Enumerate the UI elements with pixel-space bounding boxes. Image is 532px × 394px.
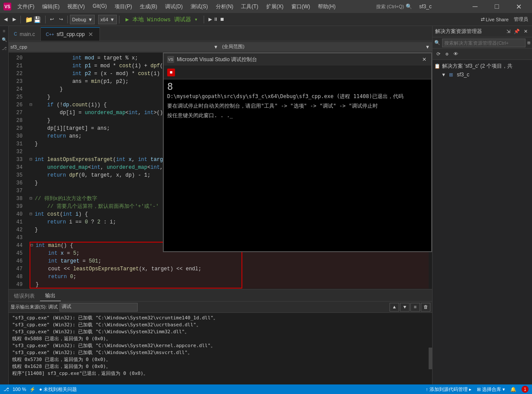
fold-40[interactable]: ⊟ — [30, 210, 35, 218]
minimize-button[interactable]: ─ — [465, 0, 485, 13]
notification-icon[interactable]: 🔔 — [510, 387, 516, 392]
title-label: sf3_c — [419, 3, 432, 10]
output-btn-1[interactable]: ▲ — [390, 303, 399, 312]
sol-sync-icon[interactable]: ⟳ — [434, 50, 442, 58]
fold-38[interactable]: ⊟ — [30, 195, 35, 203]
rp-icon-close[interactable]: ✕ — [522, 28, 529, 36]
code-editor[interactable]: 2021222324 2526272829 3031323334 3536373… — [9, 53, 432, 289]
window-controls: ─ □ ✕ — [465, 0, 529, 13]
sidebar-search-icon[interactable]: 🔍 — [1, 36, 8, 43]
solution-search-bar: 🔍 ⊞ — [433, 37, 532, 49]
debug-console-content: 8 D:\mysetup\gopath\src\dsy\sf3_c\x64\De… — [164, 79, 431, 251]
run-button[interactable]: ▶ 本地 Windows 调试器 ▾ — [122, 15, 202, 24]
git-branch-icon: ⎇ — [3, 387, 9, 392]
fold-47 — [30, 265, 36, 273]
menu-debug[interactable]: 调试(D) — [162, 2, 186, 11]
output-scrollbar[interactable] — [429, 313, 432, 384]
fold-27 — [30, 109, 35, 117]
menu-edit[interactable]: 编辑(E) — [39, 2, 63, 11]
tab-error-list[interactable]: 错误列表 — [9, 291, 40, 301]
menu-window[interactable]: 窗口(W) — [288, 2, 314, 11]
tree-project[interactable]: ▼ ⊞ sf3_c — [433, 70, 532, 79]
menu-file[interactable]: 文件(F) — [14, 2, 38, 11]
fold-45 — [30, 250, 36, 257]
tab-main-c[interactable]: C main.c — [9, 27, 41, 41]
menu-test[interactable]: 测试(S) — [187, 2, 211, 11]
output-line-4: 线程 0x5888 已退出，返回值为 0 (0x0)。 — [12, 335, 425, 342]
status-left: ⎇ 100 % ⚡ ● 未找到相关问题 — [3, 386, 77, 393]
debug-console-close[interactable]: ✕ — [421, 56, 428, 63]
debug-stop-icon[interactable]: ■ — [167, 69, 175, 76]
output-body: "sf3_cpp.exe" (Win32): 已加载 "C:\Windows\S… — [9, 313, 432, 384]
platform-dropdown[interactable]: x64 ▼ — [98, 15, 117, 24]
function-dropdown[interactable]: (全局范围) ▼ — [221, 42, 433, 52]
search-bar[interactable]: 搜索 (Ctrl+Q) 🔍 — [373, 3, 416, 11]
scope-dropdown[interactable]: sf3_cpp ▼ — [9, 42, 221, 52]
solution-search-input[interactable] — [442, 39, 525, 47]
output-btn-3[interactable]: ≡ — [410, 303, 420, 312]
right-panel-icons: ⇲ 📌 ✕ — [504, 28, 529, 36]
debug-console-title: Microsoft Visual Studio 调试控制台 — [177, 56, 257, 63]
select-repo-label[interactable]: ⊞ 选择合库 ▾ — [477, 386, 505, 393]
menu-git[interactable]: Git(G) — [89, 2, 110, 11]
func-bar: sf3_cpp ▼ (全局范围) ▼ — [9, 41, 432, 53]
add-source-label[interactable]: ↑ 添加到源代码管理 ▸ — [426, 386, 472, 393]
right-panel: 解决方案资源管理器 ⇲ 📌 ✕ 🔍 ⊞ ⟳ ⚙ 👁 📋 解决方案 'sf3_c'… — [432, 26, 532, 384]
sidebar-git-icon[interactable]: ⎇ — [1, 45, 8, 52]
search-icon: 🔍 — [406, 3, 412, 10]
fold-36 — [30, 179, 35, 187]
rp-icon-2[interactable]: 📌 — [513, 28, 521, 36]
output-btn-4[interactable]: 🗑 — [421, 303, 430, 312]
redo-button[interactable]: ↪ — [57, 15, 65, 24]
menu-extensions[interactable]: 扩展(X) — [263, 2, 287, 11]
sidebar-explorer-icon[interactable]: ≡ — [1, 28, 8, 35]
solution-label: 解决方案 'sf3_c' (2 个项目，共 — [442, 62, 512, 70]
no-problems-label: ● 未找到相关问题 — [39, 386, 77, 393]
search-placeholder: 搜索 (Ctrl+Q) — [376, 3, 404, 10]
tab-bar: C main.c C++ sf3_cpp.cpp ✕ — [9, 26, 432, 41]
search-options-icon[interactable]: ⊞ — [527, 40, 530, 46]
sol-view-icon[interactable]: 👁 — [452, 50, 459, 58]
tab-sf3-cpp[interactable]: C++ sf3_cpp.cpp ✕ — [41, 27, 100, 41]
output-content[interactable]: "sf3_cpp.exe" (Win32): 已加载 "C:\Windows\S… — [9, 313, 429, 384]
live-share-button[interactable]: ⇄ Live Share — [479, 15, 511, 24]
fold-32 — [30, 148, 35, 156]
close-button[interactable]: ✕ — [509, 0, 529, 13]
output-source-select[interactable]: 调试 — [59, 303, 138, 312]
output-scrollbar-thumb[interactable] — [429, 348, 432, 369]
debug-console: VS Microsoft Visual Studio 调试控制台 ✕ ■ 8 D… — [163, 53, 432, 252]
tab-close-button[interactable]: ✕ — [87, 31, 94, 38]
toolbar-icon-group[interactable]: 📁💾 — [23, 15, 43, 24]
search-icon: 🔍 — [434, 40, 440, 46]
menu-analyze[interactable]: 分析(N) — [212, 2, 237, 11]
fold-25 — [30, 93, 35, 101]
debug-message-1: D:\mysetup\gopath\src\dsy\sf3_c\x64\Debu… — [167, 92, 428, 100]
menu-project[interactable]: 项目(P) — [111, 2, 135, 11]
manage-button[interactable]: 管理员 — [512, 15, 530, 24]
fold-43 — [30, 234, 35, 242]
fold-23 — [30, 78, 35, 85]
fold-49 — [30, 281, 36, 289]
fold-26[interactable]: ⊟ — [30, 101, 35, 109]
forward-button[interactable]: ▶ — [10, 15, 18, 24]
menu-view[interactable]: 视图(V) — [64, 2, 88, 11]
undo-button[interactable]: ↩ — [48, 15, 56, 24]
tab-output[interactable]: 输出 — [40, 291, 61, 301]
fold-33[interactable]: ⊟ — [30, 156, 35, 164]
output-line-7: 线程 0x5730 已退出，返回值为 0 (0x0)。 — [12, 356, 425, 363]
fold-44[interactable]: ⊟ — [30, 242, 36, 250]
fold-37 — [30, 187, 35, 195]
output-btn-2[interactable]: ▼ — [400, 303, 410, 312]
zoom-level: 100 % — [13, 387, 26, 392]
sol-props-icon[interactable]: ⚙ — [443, 50, 451, 58]
menu-help[interactable]: 帮助(H) — [314, 2, 339, 11]
project-expand-icon[interactable]: ▼ — [441, 72, 447, 77]
restore-button[interactable]: □ — [487, 0, 507, 13]
menu-tools[interactable]: 工具(T) — [238, 2, 261, 11]
rp-icon-1[interactable]: ⇲ — [504, 28, 512, 36]
config-dropdown[interactable]: Debug ▼ — [70, 15, 95, 24]
tree-solution[interactable]: 📋 解决方案 'sf3_c' (2 个项目，共 — [433, 62, 532, 70]
back-button[interactable]: ◀ — [2, 15, 10, 24]
debug-icons[interactable]: ▶ ⏸ ⏹ — [206, 15, 226, 24]
menu-build[interactable]: 生成(B) — [136, 2, 161, 11]
